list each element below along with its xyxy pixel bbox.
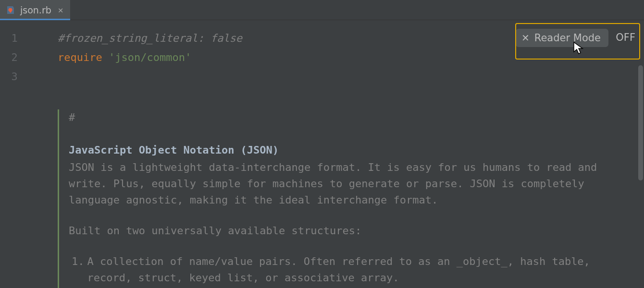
tab-filename: json.rb (20, 5, 51, 15)
tab-bar: json.rb ✕ (0, 0, 644, 20)
doc-list-text: A collection of name/value pairs. Often … (87, 253, 618, 286)
string-token: 'json/common' (109, 51, 191, 63)
doc-list-item: 1. A collection of name/value pairs. Oft… (72, 253, 618, 286)
scrollbar-thumb[interactable] (638, 65, 643, 180)
gutter: 1 2 3 (0, 20, 29, 288)
doc-list-item: 2. An ordered list of values. More commo… (72, 286, 618, 288)
editor-area: 1 2 3 #frozen_string_literal: false requ… (0, 20, 644, 288)
doc-title: JavaScript Object Notation (JSON) (69, 142, 618, 158)
reader-mode-button[interactable]: ✕ Reader Mode (516, 29, 608, 47)
code-line (58, 67, 644, 86)
ruby-file-icon (6, 5, 15, 15)
line-number[interactable]: 2 (0, 48, 29, 67)
close-icon: ✕ (521, 32, 530, 44)
code-content[interactable]: #frozen_string_literal: false require 'j… (29, 20, 644, 288)
doc-paragraph: Built on two universally available struc… (69, 223, 618, 239)
doc-list: 1. A collection of name/value pairs. Oft… (69, 253, 618, 288)
code-line: require 'json/common' (58, 48, 644, 67)
documentation-block: # JavaScript Object Notation (JSON) JSON… (58, 109, 618, 288)
line-number[interactable]: 1 (0, 29, 29, 48)
comment-token: #frozen_string_literal: false (58, 32, 242, 44)
doc-hash: # (69, 109, 618, 126)
doc-list-number: 2. (72, 286, 85, 288)
line-number[interactable]: 3 (0, 67, 29, 86)
reader-mode-state: OFF (616, 32, 635, 43)
keyword-token: require (58, 51, 102, 63)
doc-list-number: 1. (72, 253, 85, 270)
cursor-pointer-icon (573, 41, 584, 57)
doc-paragraph: JSON is a lightweight data-interchange f… (69, 159, 618, 208)
reader-mode-label: Reader Mode (534, 32, 601, 44)
file-tab[interactable]: json.rb ✕ (0, 0, 70, 20)
doc-list-text: An ordered list of values. More commonly… (87, 286, 618, 288)
close-tab-icon[interactable]: ✕ (58, 5, 63, 15)
